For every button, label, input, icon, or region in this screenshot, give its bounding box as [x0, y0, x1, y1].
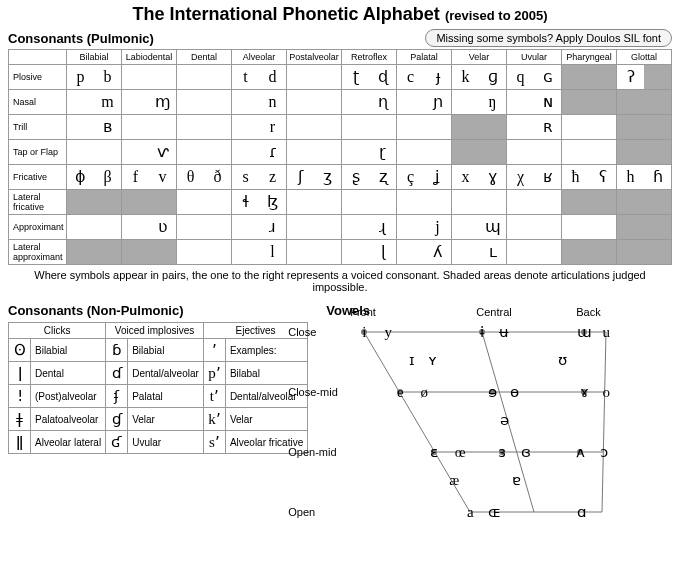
- voiced-symbol[interactable]: [534, 240, 561, 264]
- voiceless-symbol[interactable]: ɸ: [67, 165, 94, 189]
- voiceless-symbol[interactable]: q: [507, 65, 534, 89]
- voiced-symbol[interactable]: [369, 190, 396, 214]
- voiceless-symbol[interactable]: [342, 215, 369, 239]
- voiceless-symbol[interactable]: [507, 140, 534, 164]
- voiceless-symbol[interactable]: s: [232, 165, 259, 189]
- vowel-symbol[interactable]: ɘ: [488, 383, 497, 401]
- voiced-symbol[interactable]: d: [259, 65, 286, 89]
- vowel-symbol[interactable]: i: [362, 324, 366, 341]
- voiceless-symbol[interactable]: [397, 240, 424, 264]
- np-symbol[interactable]: ʄ: [106, 385, 128, 408]
- voiced-symbol[interactable]: ⱱ: [149, 140, 176, 164]
- voiceless-symbol[interactable]: [122, 90, 149, 114]
- voiceless-symbol[interactable]: [452, 190, 479, 214]
- voiceless-symbol[interactable]: ʂ: [342, 165, 369, 189]
- voiceless-symbol[interactable]: [342, 140, 369, 164]
- voiceless-symbol[interactable]: [232, 140, 259, 164]
- voiced-symbol[interactable]: j: [424, 215, 451, 239]
- vowel-symbol[interactable]: ɪ: [409, 351, 415, 369]
- voiced-symbol[interactable]: ʒ: [314, 165, 341, 189]
- voiced-symbol[interactable]: [204, 65, 231, 89]
- np-symbol[interactable]: ɗ: [106, 362, 128, 385]
- voiceless-symbol[interactable]: [452, 215, 479, 239]
- np-symbol[interactable]: ʘ: [9, 339, 31, 362]
- voiced-symbol[interactable]: ɲ: [424, 90, 451, 114]
- vowel-symbol[interactable]: o: [602, 384, 610, 401]
- voiceless-symbol[interactable]: [342, 240, 369, 264]
- voiceless-symbol[interactable]: [507, 215, 534, 239]
- voiceless-symbol[interactable]: [342, 190, 369, 214]
- voiceless-symbol[interactable]: x: [452, 165, 479, 189]
- voiceless-symbol[interactable]: [507, 240, 534, 264]
- voiceless-symbol[interactable]: [452, 240, 479, 264]
- voiced-symbol[interactable]: [94, 140, 121, 164]
- voiceless-symbol[interactable]: [287, 65, 314, 89]
- voiceless-symbol[interactable]: [177, 65, 204, 89]
- voiced-symbol[interactable]: b: [94, 65, 121, 89]
- vowel-symbol[interactable]: e: [397, 384, 404, 401]
- vowel-symbol[interactable]: a: [467, 504, 474, 521]
- vowel-symbol[interactable]: ʌ: [576, 443, 585, 461]
- voiced-symbol[interactable]: [424, 140, 451, 164]
- voiced-symbol[interactable]: ʋ: [149, 215, 176, 239]
- voiceless-symbol[interactable]: χ: [507, 165, 534, 189]
- voiced-symbol[interactable]: ɖ: [369, 65, 396, 89]
- voiced-symbol[interactable]: m: [94, 90, 121, 114]
- vowel-symbol[interactable]: œ: [455, 444, 466, 461]
- vowel-symbol[interactable]: ə: [500, 411, 509, 429]
- voiceless-symbol[interactable]: [287, 240, 314, 264]
- voiced-symbol[interactable]: n: [259, 90, 286, 114]
- np-symbol[interactable]: pʼ: [203, 362, 225, 385]
- voiceless-symbol[interactable]: ʈ: [342, 65, 369, 89]
- voiced-symbol[interactable]: [204, 240, 231, 264]
- voiced-symbol[interactable]: [204, 190, 231, 214]
- voiced-symbol[interactable]: [204, 215, 231, 239]
- voiceless-symbol[interactable]: [562, 140, 589, 164]
- voiceless-symbol[interactable]: [452, 90, 479, 114]
- voiced-symbol[interactable]: ɴ: [534, 90, 561, 114]
- vowel-symbol[interactable]: ø: [420, 384, 428, 401]
- voiced-symbol[interactable]: [314, 215, 341, 239]
- np-symbol[interactable]: ʼ: [203, 339, 225, 362]
- voiced-symbol[interactable]: [314, 190, 341, 214]
- vowel-symbol[interactable]: ɑ: [577, 503, 587, 521]
- voiced-symbol[interactable]: [369, 115, 396, 139]
- voiced-symbol[interactable]: [534, 140, 561, 164]
- voiceless-symbol[interactable]: ç: [397, 165, 424, 189]
- voiced-symbol[interactable]: [479, 190, 506, 214]
- voiced-symbol[interactable]: [204, 115, 231, 139]
- voiceless-symbol[interactable]: [67, 140, 94, 164]
- voiceless-symbol[interactable]: θ: [177, 165, 204, 189]
- voiceless-symbol[interactable]: [122, 215, 149, 239]
- np-symbol[interactable]: kʼ: [203, 408, 225, 431]
- voiceless-symbol[interactable]: [507, 190, 534, 214]
- voiceless-symbol[interactable]: [122, 115, 149, 139]
- voiced-symbol[interactable]: ʙ: [94, 115, 121, 139]
- voiced-symbol[interactable]: ʟ: [479, 240, 506, 264]
- voiceless-symbol[interactable]: [287, 140, 314, 164]
- voiced-symbol[interactable]: ɹ: [259, 215, 286, 239]
- voiced-symbol[interactable]: β: [94, 165, 121, 189]
- voiceless-symbol[interactable]: [177, 115, 204, 139]
- vowel-symbol[interactable]: ɐ: [512, 471, 521, 489]
- voiced-symbol[interactable]: ɽ: [369, 140, 396, 164]
- voiced-symbol[interactable]: ɟ: [424, 65, 451, 89]
- voiceless-symbol[interactable]: ʔ: [617, 65, 644, 89]
- vowel-symbol[interactable]: ʏ: [428, 351, 437, 369]
- voiceless-symbol[interactable]: [397, 90, 424, 114]
- voiceless-symbol[interactable]: ħ: [562, 165, 589, 189]
- voiced-symbol[interactable]: ɡ: [479, 65, 506, 89]
- voiced-symbol[interactable]: [204, 140, 231, 164]
- voiceless-symbol[interactable]: [177, 240, 204, 264]
- voiceless-symbol[interactable]: [397, 190, 424, 214]
- voiced-symbol[interactable]: r: [259, 115, 286, 139]
- voiceless-symbol[interactable]: [287, 190, 314, 214]
- voiced-symbol[interactable]: [314, 140, 341, 164]
- voiced-symbol[interactable]: ɾ: [259, 140, 286, 164]
- voiceless-symbol[interactable]: ʃ: [287, 165, 314, 189]
- vowel-symbol[interactable]: ɵ: [510, 383, 519, 401]
- voiced-symbol[interactable]: ɱ: [149, 90, 176, 114]
- voiced-symbol[interactable]: ð: [204, 165, 231, 189]
- voiceless-symbol[interactable]: [562, 215, 589, 239]
- voiced-symbol[interactable]: [149, 65, 176, 89]
